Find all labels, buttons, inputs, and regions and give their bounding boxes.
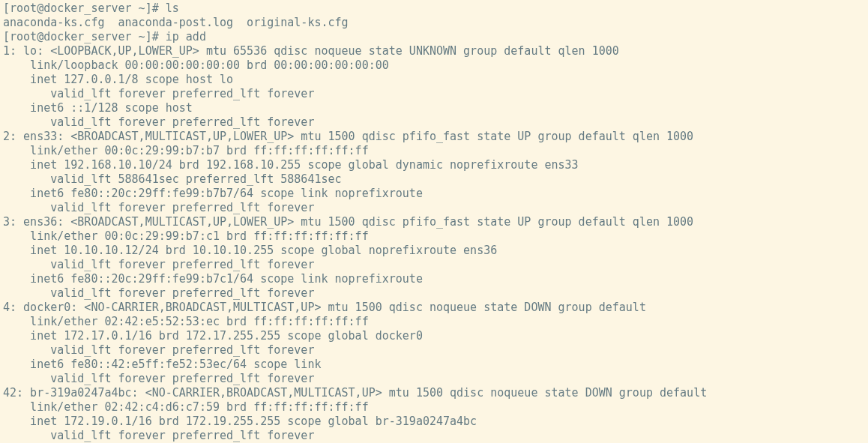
shell-command: ls [166, 1, 179, 15]
terminal-line: inet 172.19.0.1/16 brd 172.19.255.255 sc… [3, 415, 868, 429]
shell-output-line: 42: br-319a0247a4bc: <NO-CARRIER,BROADCA… [3, 386, 707, 400]
terminal-line: inet6 fe80::20c:29ff:fe99:b7b7/64 scope … [3, 187, 868, 201]
terminal-line: valid_lft forever preferred_lft forever [3, 286, 868, 301]
shell-output-line: inet6 fe80::20c:29ff:fe99:b7c1/64 scope … [3, 272, 423, 286]
terminal-line: [root@docker_server ~]# ip add [3, 30, 868, 44]
shell-output-line: link/ether 02:42:c4:d6:c7:59 brd ff:ff:f… [3, 400, 369, 414]
terminal-line: link/ether 00:0c:29:99:b7:c1 brd ff:ff:f… [3, 229, 868, 244]
terminal-line: inet6 fe80::42:e5ff:fe52:53ec/64 scope l… [3, 358, 868, 372]
shell-output-line: valid_lft forever preferred_lft forever [3, 343, 314, 357]
shell-output-line: inet6 fe80::42:e5ff:fe52:53ec/64 scope l… [3, 358, 321, 371]
shell-command: ip add [166, 30, 206, 43]
terminal-line: 42: br-319a0247a4bc: <NO-CARRIER,BROADCA… [3, 386, 868, 400]
terminal-line: valid_lft 588641sec preferred_lft 588641… [3, 172, 868, 187]
terminal-line: inet 172.17.0.1/16 brd 172.17.255.255 sc… [3, 329, 868, 343]
terminal-line: valid_lft forever preferred_lft forever [3, 201, 868, 215]
terminal-line: valid_lft forever preferred_lft forever [3, 372, 868, 386]
terminal-line: link/ether 00:0c:29:99:b7:b7 brd ff:ff:f… [3, 144, 868, 158]
terminal-line: 2: ens33: <BROADCAST,MULTICAST,UP,LOWER_… [3, 130, 868, 144]
terminal-line: valid_lft forever preferred_lft forever [3, 429, 868, 443]
terminal-line: valid_lft forever preferred_lft forever [3, 115, 868, 130]
shell-output-line: valid_lft forever preferred_lft forever [3, 115, 314, 129]
shell-output-line: valid_lft forever preferred_lft forever [3, 87, 314, 100]
shell-output-line: 1: lo: <LOOPBACK,UP,LOWER_UP> mtu 65536 … [3, 44, 619, 58]
shell-output-line: inet 172.17.0.1/16 brd 172.17.255.255 sc… [3, 329, 423, 343]
terminal-line: valid_lft forever preferred_lft forever [3, 343, 868, 358]
terminal-line: inet6 fe80::20c:29ff:fe99:b7c1/64 scope … [3, 272, 868, 286]
shell-prompt: [root@docker_server ~]# [3, 1, 166, 15]
shell-output-line: inet 172.19.0.1/16 brd 172.19.255.255 sc… [3, 415, 477, 428]
shell-output-line: inet 127.0.0.1/8 scope host lo [3, 73, 233, 86]
terminal-line: valid_lft forever preferred_lft forever [3, 258, 868, 272]
terminal-line: 1: lo: <LOOPBACK,UP,LOWER_UP> mtu 65536 … [3, 44, 868, 58]
terminal-line: link/ether 02:42:c4:d6:c7:59 brd ff:ff:f… [3, 400, 868, 415]
shell-output-line: inet6 ::1/128 scope host [3, 101, 193, 115]
terminal-line: anaconda-ks.cfg anaconda-post.log origin… [3, 16, 868, 30]
terminal-line: valid_lft forever preferred_lft forever [3, 87, 868, 101]
terminal-line: link/ether 02:42:e5:52:53:ec brd ff:ff:f… [3, 315, 868, 329]
shell-output-line: valid_lft forever preferred_lft forever [3, 201, 314, 214]
terminal-line: 4: docker0: <NO-CARRIER,BROADCAST,MULTIC… [3, 301, 868, 315]
shell-output-line: valid_lft forever preferred_lft forever [3, 286, 314, 300]
terminal-line: inet 127.0.0.1/8 scope host lo [3, 73, 868, 87]
terminal-line: inet6 ::1/128 scope host [3, 101, 868, 115]
shell-output-line: 2: ens33: <BROADCAST,MULTICAST,UP,LOWER_… [3, 130, 693, 143]
shell-output-line: link/loopback 00:00:00:00:00:00 brd 00:0… [3, 58, 389, 72]
shell-output-line: valid_lft forever preferred_lft forever [3, 429, 314, 442]
terminal-line: 3: ens36: <BROADCAST,MULTICAST,UP,LOWER_… [3, 215, 868, 229]
shell-output-line: link/ether 02:42:e5:52:53:ec brd ff:ff:f… [3, 315, 369, 328]
shell-output-line: anaconda-ks.cfg anaconda-post.log origin… [3, 16, 349, 29]
shell-output-line: inet6 fe80::20c:29ff:fe99:b7b7/64 scope … [3, 187, 423, 200]
shell-output-line: valid_lft forever preferred_lft forever [3, 372, 314, 385]
shell-output-line: link/ether 00:0c:29:99:b7:c1 brd ff:ff:f… [3, 229, 369, 243]
terminal-line: link/loopback 00:00:00:00:00:00 brd 00:0… [3, 58, 868, 73]
shell-output-line: inet 10.10.10.12/24 brd 10.10.10.255 sco… [3, 244, 497, 257]
terminal-output[interactable]: [root@docker_server ~]# lsanaconda-ks.cf… [0, 0, 868, 443]
shell-output-line: 4: docker0: <NO-CARRIER,BROADCAST,MULTIC… [3, 301, 646, 314]
shell-output-line: inet 192.168.10.10/24 brd 192.168.10.255… [3, 158, 579, 172]
shell-output-line: valid_lft forever preferred_lft forever [3, 258, 314, 271]
shell-prompt: [root@docker_server ~]# [3, 30, 166, 43]
terminal-line: inet 192.168.10.10/24 brd 192.168.10.255… [3, 158, 868, 172]
shell-output-line: link/ether 00:0c:29:99:b7:b7 brd ff:ff:f… [3, 144, 369, 157]
terminal-line: [root@docker_server ~]# ls [3, 1, 868, 16]
shell-output-line: 3: ens36: <BROADCAST,MULTICAST,UP,LOWER_… [3, 215, 693, 229]
terminal-line: inet 10.10.10.12/24 brd 10.10.10.255 sco… [3, 244, 868, 258]
shell-output-line: valid_lft 588641sec preferred_lft 588641… [3, 172, 342, 186]
